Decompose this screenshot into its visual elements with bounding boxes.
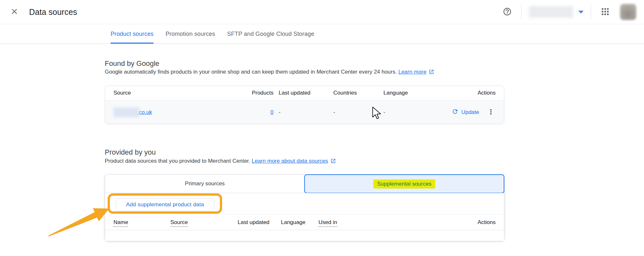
column-header-products: Products [251, 90, 274, 96]
table-header-row: Source Products Last updated Countries L… [105, 86, 504, 100]
supplemental-table-header-row: Name Source Last updated Language Used i… [105, 215, 504, 230]
learn-more-link[interactable]: Learn more [398, 69, 426, 75]
column-header-language: Language [281, 219, 318, 226]
account-switcher[interactable] [529, 6, 584, 18]
close-button[interactable] [7, 5, 21, 19]
add-button-row: Add supplemental product data [105, 193, 504, 215]
column-header-language: Language [383, 90, 432, 96]
more-vert-icon [487, 108, 495, 117]
help-icon [503, 7, 512, 17]
apps-grid-icon [601, 7, 610, 17]
apps-grid-button[interactable] [598, 5, 612, 19]
help-button[interactable] [500, 5, 514, 19]
source-type-tabs: Primary sources Supplemental sources [105, 175, 504, 193]
learn-more-data-sources-link[interactable]: Learn more about data sources [252, 158, 328, 164]
tab-sftp-gcs[interactable]: SFTP and Google Cloud Storage [227, 25, 315, 44]
tab-supplemental-sources[interactable]: Supplemental sources [304, 174, 504, 193]
divider [521, 5, 522, 19]
column-header-source: Source [170, 219, 238, 226]
column-header-actions: Actions [432, 90, 496, 96]
merchant-center-data-sources-page: Data sources [0, 0, 644, 256]
tab-product-sources[interactable]: Product sources [111, 25, 154, 44]
source-cell: .co.uk [113, 108, 251, 117]
column-header-used-in: Used in [318, 219, 478, 226]
source-domain-link[interactable]: .co.uk [137, 109, 152, 116]
avatar[interactable] [620, 4, 636, 20]
countries-cell: - [333, 109, 383, 116]
column-header-countries: Countries [333, 90, 383, 96]
column-header-actions: Actions [478, 219, 496, 226]
products-cell: 0 [251, 109, 274, 116]
column-header-source: Source [113, 90, 251, 96]
provided-by-you-heading: Provided by you [105, 148, 156, 157]
found-by-google-table: Source Products Last updated Countries L… [105, 86, 504, 124]
found-by-google-description: Google automatically finds products in y… [105, 68, 434, 77]
add-supplemental-product-data-button[interactable]: Add supplemental product data [116, 198, 214, 211]
tab-bar: Product sources Promotion sources SFTP a… [0, 25, 644, 44]
language-cell: - [383, 109, 432, 116]
app-bar: Data sources [0, 0, 644, 24]
external-link-icon [429, 69, 434, 77]
refresh-icon [452, 108, 458, 117]
found-description-text: Google automatically finds products in y… [105, 69, 397, 75]
column-header-name: Name [113, 219, 170, 226]
account-name-redacted [529, 6, 573, 18]
page-title: Data sources [29, 7, 77, 17]
empty-table-body [105, 230, 504, 241]
products-count-link[interactable]: 0 [271, 109, 274, 115]
actions-cell: Update [432, 106, 496, 118]
close-icon [10, 7, 19, 17]
column-header-last-updated: Last updated [238, 219, 281, 226]
provided-sources-card: Primary sources Supplemental sources Add… [105, 174, 504, 241]
table-row: .co.uk 0 - - - Update [105, 100, 504, 124]
supplemental-sources-highlighted-label: Supplemental sources [373, 179, 435, 189]
annotation-arrow [45, 206, 113, 238]
last-updated-cell: - [274, 109, 333, 116]
row-overflow-menu-button[interactable] [486, 107, 496, 118]
provided-by-you-description: Product data sources that you provided t… [105, 157, 336, 166]
column-header-last-updated: Last updated [274, 90, 333, 96]
tab-promotion-sources[interactable]: Promotion sources [166, 25, 215, 44]
chevron-down-icon [578, 11, 584, 16]
external-link-icon [330, 158, 336, 166]
update-label: Update [461, 109, 479, 116]
update-button[interactable]: Update [450, 106, 480, 118]
tab-primary-sources[interactable]: Primary sources [105, 175, 305, 193]
found-by-google-heading: Found by Google [105, 59, 159, 68]
app-bar-right [500, 4, 644, 20]
provided-description-text: Product data sources that you provided t… [105, 158, 250, 164]
divider [591, 5, 591, 19]
domain-redacted [113, 108, 139, 117]
